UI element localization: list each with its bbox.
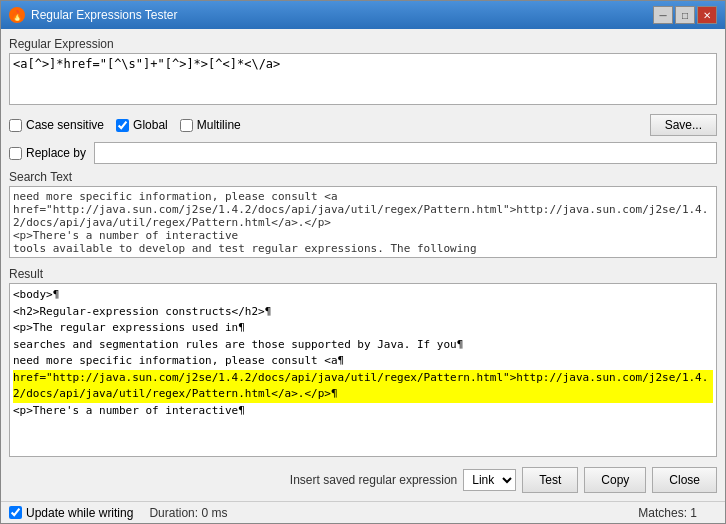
search-text-label: Search Text <box>9 170 717 184</box>
replace-label: Replace by <box>26 146 86 160</box>
replace-row: Replace by <box>9 142 717 164</box>
maximize-button[interactable]: □ <box>675 6 695 24</box>
matches-display: Matches: 1 <box>638 506 717 520</box>
result-label: Result <box>9 267 717 281</box>
title-bar-left: 🔥 Regular Expressions Tester <box>9 7 178 23</box>
result-line-4: searches and segmentation rules are thos… <box>13 337 713 354</box>
bottom-right-controls: Insert saved regular expression Link Tes… <box>290 467 717 493</box>
test-button[interactable]: Test <box>522 467 578 493</box>
regex-section-label: Regular Expression <box>9 37 717 51</box>
replace-checkbox[interactable] <box>9 147 22 160</box>
case-sensitive-label: Case sensitive <box>26 118 104 132</box>
search-text-input[interactable]: need more specific information, please c… <box>9 186 717 258</box>
result-line-2: <h2>Regular-expression constructs</h2>¶ <box>13 304 713 321</box>
close-button[interactable]: Close <box>652 467 717 493</box>
result-line-1: <body>¶ <box>13 287 713 304</box>
options-row: Case sensitive Global Multiline Save... <box>9 114 717 136</box>
copy-button[interactable]: Copy <box>584 467 646 493</box>
window-controls: ─ □ ✕ <box>653 6 717 24</box>
status-bar: Update while writing Duration: 0 ms Matc… <box>1 501 725 523</box>
bottom-bar: Insert saved regular expression Link Tes… <box>9 467 717 493</box>
insert-select[interactable]: Link <box>463 469 516 491</box>
update-checkbox[interactable] <box>9 506 22 519</box>
update-while-writing-option[interactable]: Update while writing <box>9 506 133 520</box>
close-window-button[interactable]: ✕ <box>697 6 717 24</box>
case-sensitive-option[interactable]: Case sensitive <box>9 118 104 132</box>
main-window: 🔥 Regular Expressions Tester ─ □ ✕ Regul… <box>0 0 726 524</box>
global-label: Global <box>133 118 168 132</box>
replace-input[interactable] <box>94 142 717 164</box>
duration-display: Duration: 0 ms <box>149 506 227 520</box>
search-text-section: Search Text need more specific informati… <box>9 170 717 261</box>
insert-label: Insert saved regular expression <box>290 473 457 487</box>
case-sensitive-checkbox[interactable] <box>9 119 22 132</box>
result-line-5: need more specific information, please c… <box>13 353 713 370</box>
result-line-3: <p>The regular expressions used in¶ <box>13 320 713 337</box>
title-bar: 🔥 Regular Expressions Tester ─ □ ✕ <box>1 1 725 29</box>
multiline-checkbox[interactable] <box>180 119 193 132</box>
global-option[interactable]: Global <box>116 118 168 132</box>
main-content: Regular Expression <a[^>]*href="[^\s"]+"… <box>1 29 725 501</box>
regex-input[interactable]: <a[^>]*href="[^\s"]+"[^>]*>[^<]*<\/a> <box>9 53 717 105</box>
result-line-7: <p>There's a number of interactive¶ <box>13 403 713 420</box>
result-line-6-highlight: href="http://java.sun.com/j2se/1.4.2/doc… <box>13 370 713 403</box>
multiline-label: Multiline <box>197 118 241 132</box>
minimize-button[interactable]: ─ <box>653 6 673 24</box>
update-label: Update while writing <box>26 506 133 520</box>
multiline-option[interactable]: Multiline <box>180 118 241 132</box>
result-section: Result <body>¶ <h2>Regular-expression co… <box>9 267 717 457</box>
result-display: <body>¶ <h2>Regular-expression construct… <box>9 283 717 457</box>
app-icon: 🔥 <box>9 7 25 23</box>
global-checkbox[interactable] <box>116 119 129 132</box>
window-title: Regular Expressions Tester <box>31 8 178 22</box>
replace-option[interactable]: Replace by <box>9 146 86 160</box>
regex-section: Regular Expression <a[^>]*href="[^\s"]+"… <box>9 37 717 108</box>
save-button[interactable]: Save... <box>650 114 717 136</box>
